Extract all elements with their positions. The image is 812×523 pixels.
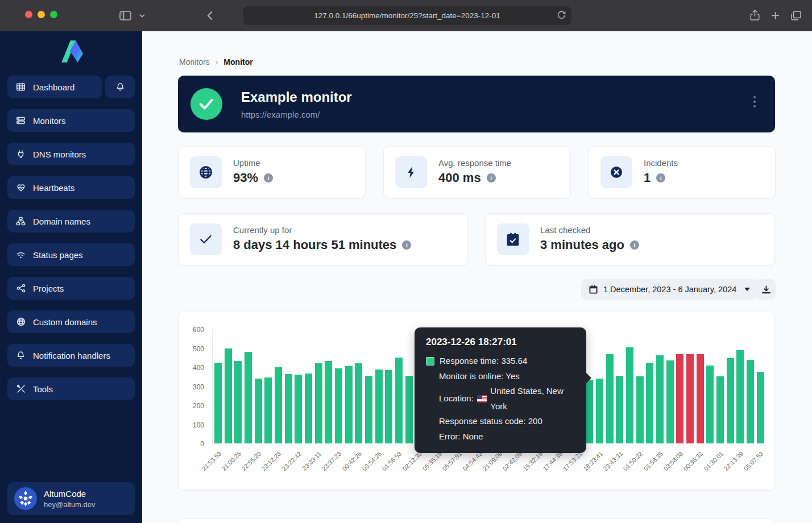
chart-bar-up[interactable] (606, 354, 614, 443)
chart-bar-up[interactable] (747, 360, 754, 443)
chart-bar-up[interactable] (335, 368, 342, 443)
monitor-header-card: Example monitor https://example.com/ (178, 76, 775, 132)
sidebar-item-label: Status pages (33, 250, 83, 260)
chart-bar-up[interactable] (626, 347, 633, 443)
chart-bar-up[interactable] (596, 379, 603, 443)
chart-bar-up[interactable] (225, 348, 232, 443)
status-up-icon (190, 88, 222, 120)
user-card[interactable]: AltumCode hey@altum.dev (7, 482, 135, 515)
sidebar-item-projects[interactable]: Projects (7, 277, 135, 300)
chart-bar-up[interactable] (706, 366, 714, 443)
y-axis-tick: 100 (181, 421, 204, 429)
sidebar-item-monitors[interactable]: Monitors (7, 109, 135, 132)
sidebar-item-status-pages[interactable]: Status pages (7, 243, 135, 266)
chart-bar-up[interactable] (757, 372, 764, 443)
chart-bar-down[interactable] (676, 354, 683, 443)
x-axis-label: 03:54:26 (346, 450, 383, 487)
nav-row: DNS monitors (7, 143, 135, 165)
breadcrumb-current: Monitor (223, 57, 252, 67)
stat-card-currently-up-for: Currently up for8 days 14 hours 51 minut… (178, 213, 468, 265)
x-axis-label: 21:09:09 (466, 450, 503, 487)
info-icon[interactable]: i (487, 173, 496, 182)
download-chart-button[interactable] (756, 279, 776, 300)
user-name: AltumCode (44, 489, 96, 499)
minimize-window-button[interactable] (38, 11, 45, 18)
chart-bar-up[interactable] (275, 367, 282, 443)
zoom-window-button[interactable] (50, 11, 57, 18)
back-button[interactable] (202, 8, 218, 23)
sidebar-item-dashboard[interactable]: Dashboard (7, 76, 102, 98)
download-icon (762, 285, 770, 294)
share-icon[interactable] (747, 8, 763, 23)
chart-bar-up[interactable] (285, 374, 292, 443)
series-swatch-icon (426, 357, 434, 366)
chart-bar-up[interactable] (666, 360, 674, 443)
chart-bar-up[interactable] (345, 366, 353, 443)
chart-bar-up[interactable] (636, 376, 644, 443)
monitor-menu-button[interactable] (753, 96, 756, 107)
sidebar-item-notification-handlers[interactable]: Notification handlers (7, 344, 135, 367)
x-axis-label: 22:13:39 (707, 450, 744, 487)
chart-bar-up[interactable] (214, 363, 222, 443)
sidebar-item-heartbeats[interactable]: Heartbeats (7, 176, 135, 199)
chart-bar-up[interactable] (355, 363, 362, 443)
info-icon[interactable]: i (630, 240, 639, 250)
info-icon[interactable]: i (264, 173, 273, 182)
date-range-label: 1 December, 2023 - 6 January, 2024 (603, 285, 736, 294)
chart-bar-up[interactable] (255, 379, 262, 443)
chart-bar-up[interactable] (385, 370, 392, 443)
sidebar-item-domain-names[interactable]: Domain names (7, 210, 135, 233)
breadcrumb-separator-icon: › (216, 57, 218, 67)
table-icon (16, 82, 26, 92)
chart-bar-up[interactable] (315, 363, 322, 443)
chevron-down-icon[interactable] (134, 8, 150, 23)
chart-bar-up[interactable] (325, 361, 332, 443)
chart-bar-up[interactable] (264, 377, 272, 443)
stat-card-incidents: Incidents1i (589, 146, 776, 198)
window-controls (25, 11, 57, 18)
tab-overview-icon[interactable] (788, 8, 804, 23)
info-icon[interactable]: i (656, 173, 665, 182)
date-range-picker[interactable]: 1 December, 2023 - 6 January, 2024 (581, 279, 758, 300)
chart-bar-up[interactable] (736, 350, 744, 443)
notifications-button[interactable] (105, 76, 135, 98)
reload-icon[interactable] (557, 10, 566, 19)
chart-bar-up[interactable] (405, 376, 413, 443)
chart-bar-down[interactable] (686, 354, 694, 443)
chart-bar-up[interactable] (365, 376, 372, 443)
altumcode-logo (56, 38, 86, 64)
chart-bar-up[interactable] (395, 358, 403, 443)
sidebar-toggle-icon[interactable] (117, 8, 133, 23)
stat-label: Incidents (644, 158, 678, 168)
chart-bar-up[interactable] (245, 352, 252, 443)
x-axis-label: 03:58:08 (647, 450, 684, 487)
chart-bar-up[interactable] (716, 376, 724, 443)
chart-bar-up[interactable] (616, 376, 623, 443)
chart-bar-up[interactable] (295, 375, 302, 443)
tooltip-row: Response status code: 200 (426, 414, 575, 429)
chart-bar-up[interactable] (727, 358, 734, 443)
address-bar[interactable]: 127.0.0.1/66uptime/monitor/25?start_date… (243, 6, 571, 25)
chart-bar-up[interactable] (656, 355, 664, 443)
calendar-check-icon (497, 223, 529, 255)
chart-bar-up[interactable] (305, 373, 312, 443)
chart-bar-down[interactable] (697, 354, 704, 443)
stat-label: Avg. response time (438, 158, 511, 168)
breadcrumb-monitors-link[interactable]: Monitors (179, 57, 210, 67)
chart-bar-up[interactable] (234, 361, 242, 443)
sidebar-item-dns-monitors[interactable]: DNS monitors (7, 143, 135, 165)
chart-bar-up[interactable] (375, 370, 383, 443)
chart-bar-up[interactable] (586, 380, 593, 443)
tooltip-row: Response time: 335.64 (426, 354, 575, 369)
sidebar-item-custom-domains[interactable]: Custom domains (7, 310, 135, 333)
y-axis-tick: 300 (181, 383, 204, 391)
stat-value: 3 minutes agoi (540, 238, 639, 252)
avatar (14, 487, 37, 510)
close-window-button[interactable] (25, 11, 32, 18)
sidebar-item-label: Monitors (33, 116, 66, 126)
new-tab-icon[interactable] (767, 8, 783, 23)
globe-icon (16, 317, 26, 326)
chart-bar-up[interactable] (646, 363, 653, 443)
sidebar-item-tools[interactable]: Tools (7, 377, 135, 400)
info-icon[interactable]: i (402, 240, 411, 250)
